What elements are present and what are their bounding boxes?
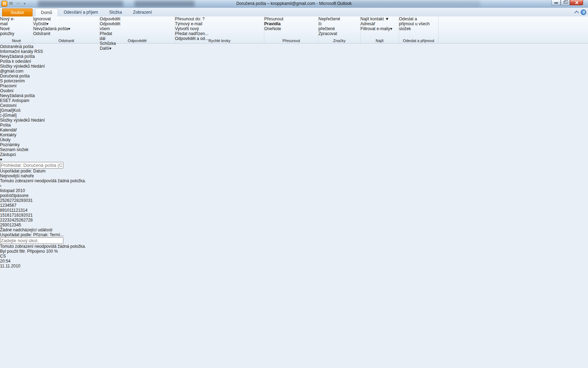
- calendar-day[interactable]: 30: [23, 198, 28, 203]
- cleanup-button[interactable]: Vyčistit▾: [33, 21, 99, 26]
- calendar-day[interactable]: 1: [0, 203, 2, 208]
- folder-item[interactable]: Pošta k odeslání: [0, 59, 588, 64]
- more-respond-button[interactable]: Další▾: [100, 46, 175, 51]
- calendar-day[interactable]: 26: [5, 198, 9, 203]
- help-icon[interactable]: [581, 9, 586, 15]
- module-button-zastupci[interactable]: Zástupci: [0, 152, 588, 157]
- folder-item[interactable]: [Gmail]Koš: [0, 108, 588, 113]
- tab-soubor[interactable]: Soubor: [2, 8, 33, 16]
- move-button: Přesunout: [264, 16, 282, 21]
- calendar-day[interactable]: 27: [9, 198, 14, 203]
- tab-slozka[interactable]: Složka: [104, 8, 127, 16]
- calendar-day[interactable]: 16: [5, 213, 9, 218]
- calendar-day[interactable]: 21: [28, 213, 33, 218]
- folder-item[interactable]: Nevyžádaná pošta: [0, 93, 588, 98]
- calendar-day[interactable]: 29: [0, 223, 5, 227]
- calendar-day[interactable]: 8: [0, 208, 2, 213]
- calendar-day[interactable]: 18: [14, 213, 19, 218]
- clock[interactable]: 20:54 11.11.2010: [0, 259, 588, 268]
- new-items-button[interactable]: Nové položky: [0, 26, 15, 36]
- rules-button[interactable]: Pravidla: [264, 21, 281, 26]
- send-receive-all-button[interactable]: Odeslat a přijmout u všech složek: [399, 16, 432, 31]
- sort-by-header[interactable]: Uspořádat podle: Datum: [0, 169, 588, 173]
- quick-step-item[interactable]: Vytvořit nový: [175, 26, 264, 31]
- calendar-day[interactable]: 30: [5, 223, 9, 227]
- calendar-day[interactable]: 17: [9, 213, 14, 218]
- folder-item[interactable]: Nevyžádaná pošta: [0, 54, 588, 59]
- calendar-day[interactable]: 22: [0, 218, 5, 223]
- calendar-day[interactable]: 31: [28, 198, 33, 203]
- calendar-day[interactable]: 11: [9, 208, 14, 213]
- tab-zobrazeni[interactable]: Zobrazení: [127, 8, 158, 16]
- folder-item[interactable]: Pracovní: [0, 83, 588, 88]
- filter-email-button[interactable]: Filtrovat e-maily▾: [360, 26, 399, 31]
- folder-item[interactable]: ▷[Gmail]: [0, 113, 588, 118]
- calendar-day[interactable]: 26: [19, 218, 23, 223]
- folder-item[interactable]: ESET Antispam: [0, 98, 588, 103]
- tab-odesilani-a-prijem[interactable]: Odesílání a příjem: [58, 8, 104, 16]
- calendar-day[interactable]: 12: [13, 208, 18, 213]
- junk-button[interactable]: Nevyžádaná pošta▾: [33, 26, 99, 31]
- zoom-level[interactable]: 100 %: [46, 249, 58, 254]
- delete-button[interactable]: Odstranit: [33, 31, 51, 36]
- address-book-button[interactable]: Adresář: [360, 21, 399, 26]
- language-indicator[interactable]: CS: [0, 254, 6, 259]
- group-label-nove: Nové: [0, 39, 33, 43]
- calendar-day[interactable]: 25: [14, 218, 19, 223]
- calendar-day[interactable]: 7: [14, 203, 16, 208]
- quick-step-item[interactable]: Týmový e-mail: [175, 21, 264, 26]
- new-task-input[interactable]: [0, 237, 63, 244]
- new-email-button[interactable]: Nový e-mail: [0, 16, 16, 26]
- calendar-day[interactable]: 28: [28, 218, 33, 223]
- sort-order-header[interactable]: Nejnovější nahoře: [0, 173, 588, 178]
- collapse-todo-bar-icon[interactable]: ›: [0, 183, 588, 188]
- calendar-day[interactable]: 24: [9, 218, 14, 223]
- calendar-day[interactable]: 13: [18, 208, 23, 213]
- calendar-day[interactable]: 19: [19, 213, 23, 218]
- folder-label: Informační kanály RSS: [0, 49, 43, 54]
- folder-item[interactable]: Odstraněná pošta: [0, 44, 588, 49]
- calendar-day[interactable]: 14: [23, 208, 27, 213]
- calendar-day[interactable]: 25: [0, 198, 5, 203]
- find-contact-combo[interactable]: Najít kontakt ▼: [360, 16, 399, 21]
- calendar-day[interactable]: 28: [14, 198, 19, 203]
- folder-item[interactable]: Složky výsledků hledání: [0, 118, 588, 123]
- folder-item[interactable]: Informační kanály RSS: [0, 49, 588, 54]
- folder-item[interactable]: Osobní: [0, 88, 588, 93]
- folder-item[interactable]: Složky výsledků hledání: [0, 64, 588, 69]
- combo-dropdown-icon[interactable]: ▼: [385, 16, 389, 21]
- minimize-ribbon-icon[interactable]: [573, 10, 579, 15]
- calendar-day[interactable]: 29: [19, 198, 23, 203]
- minimize-button[interactable]: [551, 0, 561, 5]
- folder-item[interactable]: Cestovní: [0, 103, 588, 108]
- ribbon-group-odeslat: Odeslat a přijmout u všech složek Odesla…: [399, 16, 439, 43]
- module-button-poznamky[interactable]: Poznámky: [0, 142, 588, 147]
- tasks-sort-header[interactable]: Uspořádat podle: Příznak: Termí...: [0, 232, 588, 237]
- folder-item[interactable]: Doručená pošta: [0, 74, 588, 79]
- calendar-day[interactable]: 3: [14, 223, 16, 227]
- calendar-day[interactable]: 20: [23, 213, 28, 218]
- module-button-posta[interactable]: Pošta: [0, 123, 588, 128]
- collapsed-arrow-icon: ▷: [0, 113, 3, 118]
- module-button-kontakty[interactable]: Kontakty: [0, 132, 588, 137]
- calendar-week-row: 25262728293031: [0, 198, 588, 203]
- module-button-kalendar[interactable]: Kalendář: [0, 128, 588, 132]
- calendar-day[interactable]: 5: [19, 223, 21, 227]
- calendar-day[interactable]: 15: [0, 213, 5, 218]
- folder-item[interactable]: S potvrzením: [0, 79, 588, 83]
- module-button-ukoly[interactable]: Úkoly: [0, 137, 588, 142]
- module-button-seznam-slozek[interactable]: Seznam složek: [0, 147, 588, 152]
- calendar-day[interactable]: 23: [5, 218, 9, 223]
- calendar-day[interactable]: 10: [5, 208, 9, 213]
- search-input[interactable]: [0, 162, 63, 169]
- calendar-day[interactable]: 4: [7, 203, 9, 208]
- title-bar: Doručená pošta – knoppkamil@gmail.com - …: [0, 0, 588, 8]
- account-header[interactable]: @gmail.com: [0, 69, 588, 74]
- calendar-day[interactable]: 27: [23, 218, 28, 223]
- close-button[interactable]: [570, 0, 583, 5]
- group-label-odpovedet: Odpovědět: [100, 39, 175, 43]
- restore-button[interactable]: [561, 0, 570, 5]
- module-label: Seznam složek: [0, 147, 28, 152]
- configure-buttons-icon[interactable]: ▾: [0, 157, 588, 162]
- tab-domu[interactable]: Domů: [35, 8, 58, 16]
